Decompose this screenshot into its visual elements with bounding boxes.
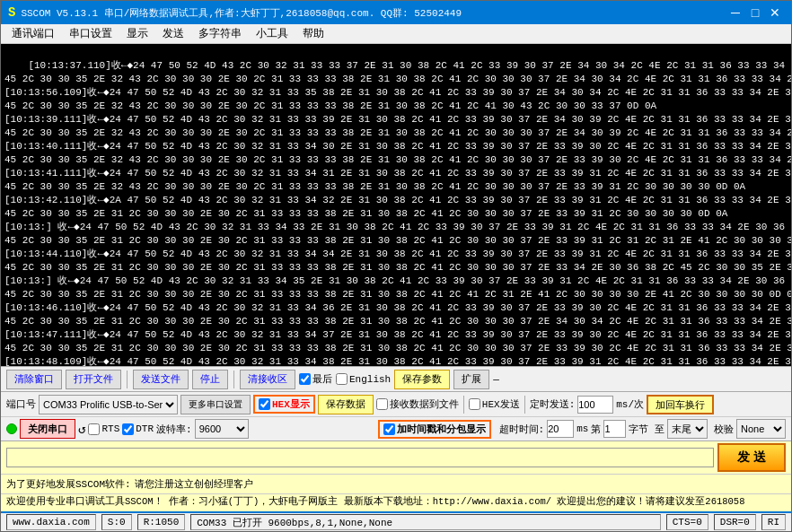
config-row: 端口号 COM33 Prolific USB-to-Seri 更多串口设置 HE…	[1, 391, 791, 416]
timestamp-checkbox[interactable]	[383, 423, 395, 435]
terminal-line-0: [10:13:37.110]收←◆24 47 50 52 4D 43 2C 30…	[28, 60, 791, 71]
clear-window-button[interactable]: 清除窗口	[6, 370, 62, 389]
config-sep2	[524, 396, 525, 414]
baudrate-label: 波特率:	[156, 423, 192, 436]
hex-send-label[interactable]: HEX发送	[469, 397, 520, 411]
hex-send-text: HEX发送	[482, 397, 520, 411]
menu-serial-settings[interactable]: 串口设置	[62, 24, 119, 43]
dtr-checkbox[interactable]	[122, 423, 134, 435]
status-dsr: DSR=0	[714, 514, 756, 530]
english-checkbox-label[interactable]: English	[336, 373, 391, 385]
hex-send-checkbox[interactable]	[469, 398, 480, 410]
terminal-line-17: 45 2C 30 30 35 2E 31 2C 30 30 30 2E 30 2…	[4, 289, 791, 300]
terminal-line-5: 45 2C 30 30 35 2E 32 43 2C 30 30 30 2E 3…	[4, 127, 791, 138]
expand-button[interactable]: 扩展	[453, 370, 489, 389]
config-sep1	[463, 396, 464, 414]
terminal-output: [10:13:37.110]收←◆24 47 50 52 4D 43 2C 30…	[1, 44, 791, 366]
refresh-icon[interactable]: ↺	[78, 422, 85, 437]
last-checkbox-label[interactable]: 最后	[299, 372, 332, 386]
send-file-button[interactable]: 发送文件	[133, 370, 189, 389]
save-data-button[interactable]: 保存数据	[318, 395, 374, 414]
stop-button[interactable]: 停止	[192, 370, 228, 389]
english-label: English	[349, 374, 391, 385]
terminal-line-21: 45 2C 30 30 35 2E 31 2C 30 30 30 2E 30 2…	[4, 343, 791, 353]
menu-send[interactable]: 发送	[155, 24, 191, 43]
rts-checkbox[interactable]	[88, 423, 100, 435]
hex-display-checkbox[interactable]	[259, 398, 270, 410]
baudrate-select[interactable]: 9600	[195, 419, 249, 439]
send-row: 发 送	[1, 440, 791, 474]
terminal-line-2: [10:13:56.109]收←◆24 47 50 52 4D 43 2C 30…	[4, 87, 791, 98]
terminal-line-15: 45 2C 30 30 35 2E 31 2C 30 30 30 2E 30 2…	[4, 262, 791, 273]
terminal-line-13: 45 2C 30 30 35 2E 31 2C 30 30 30 2E 30 2…	[4, 235, 791, 246]
toolbar-separator-2	[233, 371, 234, 388]
terminal-line-7: 45 2C 30 30 35 2E 32 43 2C 30 30 30 2E 3…	[4, 154, 791, 165]
promo-row-2: 欢迎使用专业串口调试工具SSCOM！ 作者：习小猛(丁丁)，大虾电子网版主 最新…	[1, 493, 791, 511]
open-file-button[interactable]: 打开文件	[66, 370, 121, 389]
timestamp-group: 加时间戳和分包显示	[378, 420, 491, 439]
menu-help[interactable]: 帮助	[295, 24, 331, 43]
checksum-label: 校验	[714, 423, 734, 436]
dtr-checkbox-label[interactable]: DTR	[122, 423, 154, 435]
crlf-button[interactable]: 加回车换行	[647, 395, 714, 414]
close-port-button[interactable]: 关闭串口	[20, 419, 75, 439]
rts-checkbox-label[interactable]: RTS	[88, 423, 119, 435]
timeout-input[interactable]	[547, 420, 574, 438]
more-ports-button[interactable]: 更多串口设置	[180, 395, 251, 414]
save-params-button[interactable]: 保存参数	[394, 370, 450, 389]
rts-label: RTS	[101, 423, 119, 434]
terminal-line-12: [10:13:] 收←◆24 47 50 52 4D 43 2C 30 32 3…	[4, 222, 791, 232]
timed-send-label: 定时发送:	[530, 397, 576, 411]
config-row-2: 关闭串口 ↺ RTS DTR 波特率: 9600 加时间戳和分包显示 超时时间:…	[1, 416, 791, 440]
recv-to-file-label[interactable]: 接收数据到文件	[376, 397, 459, 411]
terminal-line-19: 45 2C 30 30 35 2E 31 2C 30 30 30 2E 30 2…	[4, 316, 791, 327]
page-label: 第	[591, 423, 601, 436]
title-bar: S SSCOM V5.13.1 串口/网络数据调试工具,作者:大虾丁丁,2618…	[1, 1, 791, 24]
terminal-line-11: 45 2C 30 30 35 2E 31 2C 30 30 30 2E 30 2…	[4, 208, 727, 219]
clear-recv-button[interactable]: 清接收区	[240, 370, 295, 389]
page-num-input[interactable]	[603, 420, 626, 438]
close-button[interactable]: ✕	[766, 4, 784, 22]
bottom-toolbar: 清除窗口 打开文件 发送文件 停止 清接收区 最后 English 保存参数 扩…	[1, 366, 791, 391]
timed-unit-label: ms/次	[616, 397, 644, 411]
recv-to-file-text: 接收数据到文件	[390, 397, 459, 411]
promo-text2: 请您注册这立创创经理客户	[135, 477, 253, 491]
send-area[interactable]	[6, 448, 714, 467]
app-icon: S	[8, 5, 15, 20]
menu-bar: 通讯端口 串口设置 显示 发送 多字符串 小工具 帮助	[1, 24, 791, 44]
terminal-line-6: [10:13:40.111]收←◆24 47 50 52 4D 43 2C 30…	[4, 141, 791, 152]
last-checkbox[interactable]	[299, 373, 311, 385]
promo-row: 为了更好地发展SSCOM软件: 请您注册这立创创经理客户	[1, 474, 791, 493]
terminal-line-10: [10:13:42.110]收←◆2A 47 50 52 4D 43 2C 30…	[4, 195, 791, 205]
status-website: www.daxia.com	[6, 514, 96, 530]
minimize-button[interactable]: ─	[726, 4, 744, 22]
status-com: COM33 已打开 9600bps,8,1,None,None	[190, 514, 661, 530]
promo-text: 为了更好地发展SSCOM软件:	[6, 477, 131, 491]
recv-to-file-checkbox[interactable]	[376, 398, 388, 410]
timeout-unit: ms	[576, 423, 588, 434]
app-window: S SSCOM V5.13.1 串口/网络数据调试工具,作者:大虾丁丁,2618…	[0, 0, 792, 532]
last-label: 最后	[312, 372, 332, 386]
timeout-label: 超时时间:	[499, 423, 545, 436]
menu-display[interactable]: 显示	[119, 24, 155, 43]
menu-multistring[interactable]: 多字符串	[191, 24, 249, 43]
send-button[interactable]: 发 送	[717, 443, 786, 472]
status-s0: S:0	[101, 514, 132, 530]
maximize-button[interactable]: □	[746, 4, 764, 22]
led-indicator	[6, 423, 17, 434]
title-text: SSCOM V5.13.1 串口/网络数据调试工具,作者:大虾丁丁,261805…	[21, 6, 462, 20]
status-r: R:1050	[137, 514, 186, 530]
english-checkbox[interactable]	[336, 373, 348, 385]
timed-interval-input[interactable]	[577, 396, 613, 414]
byte-label: 字节 至	[629, 423, 664, 436]
dtr-label: DTR	[136, 423, 154, 434]
expand-dash: —	[493, 374, 499, 385]
menu-tools[interactable]: 小工具	[249, 24, 295, 43]
terminal-line-8: [10:13:41.111]收←◆24 47 50 52 4D 43 2C 30…	[4, 168, 791, 179]
terminal-line-4: [10:13:39.111]收←◆24 47 50 52 4D 43 2C 30…	[4, 114, 791, 125]
checksum-select[interactable]: None	[736, 419, 786, 439]
menu-comm-port[interactable]: 通讯端口	[4, 24, 62, 43]
status-cts: CTS=0	[666, 514, 708, 530]
port-select[interactable]: COM33 Prolific USB-to-Seri	[39, 395, 178, 414]
end-select[interactable]: 末尾	[667, 419, 708, 439]
